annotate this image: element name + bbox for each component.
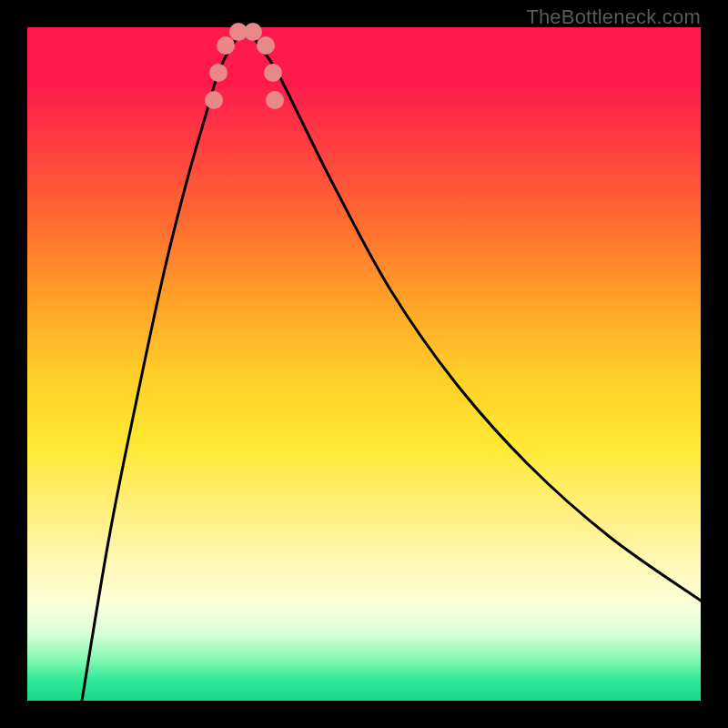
trough-dot xyxy=(257,36,275,55)
trough-dot xyxy=(205,91,223,109)
trough-dot xyxy=(264,64,282,82)
dots-layer xyxy=(205,23,284,109)
trough-dot xyxy=(266,91,284,109)
trough-dot xyxy=(209,64,228,82)
trough-dot xyxy=(217,36,235,55)
attribution-text: TheBottleneck.com xyxy=(526,5,701,29)
bottleneck-curve xyxy=(82,32,701,701)
plot-area xyxy=(27,27,701,701)
curve-layer xyxy=(82,32,701,701)
curve-svg xyxy=(27,27,701,701)
trough-dot xyxy=(244,23,262,41)
chart-frame: TheBottleneck.com xyxy=(0,0,728,728)
